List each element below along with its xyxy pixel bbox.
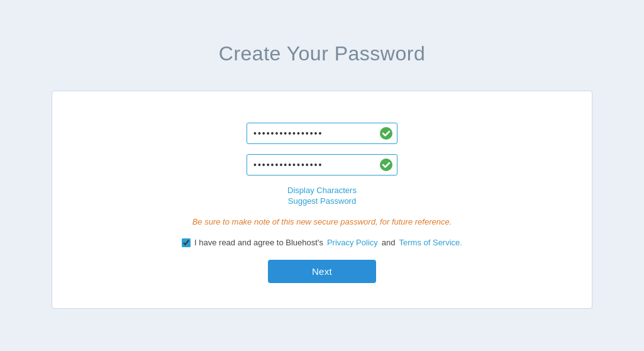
password-options: Display Characters Suggest Password [287, 186, 357, 206]
password-valid-icon [380, 127, 392, 140]
suggest-password-link[interactable]: Suggest Password [288, 196, 356, 206]
password-warning: Be sure to make note of this new secure … [192, 217, 452, 226]
agreement-row: I have read and agree to Bluehost's Priv… [182, 238, 462, 247]
agreement-mid-text: and [382, 238, 396, 247]
next-button[interactable]: Next [268, 260, 376, 283]
password-card: Display Characters Suggest Password Be s… [52, 91, 592, 309]
svg-point-0 [380, 127, 392, 140]
terms-link[interactable]: Terms of Service. [399, 238, 462, 247]
confirm-valid-icon [380, 159, 392, 171]
password-input[interactable] [247, 123, 397, 144]
agreement-prefix-text: I have read and agree to Bluehost's [194, 238, 323, 247]
confirm-password-input[interactable] [247, 154, 397, 176]
svg-point-1 [380, 159, 392, 171]
confirm-password-field-row [247, 154, 397, 176]
display-characters-link[interactable]: Display Characters [287, 186, 357, 195]
privacy-policy-link[interactable]: Privacy Policy [327, 238, 378, 247]
agreement-checkbox[interactable] [182, 238, 191, 247]
password-field-row [247, 123, 397, 144]
page-title: Create Your Password [219, 42, 425, 65]
